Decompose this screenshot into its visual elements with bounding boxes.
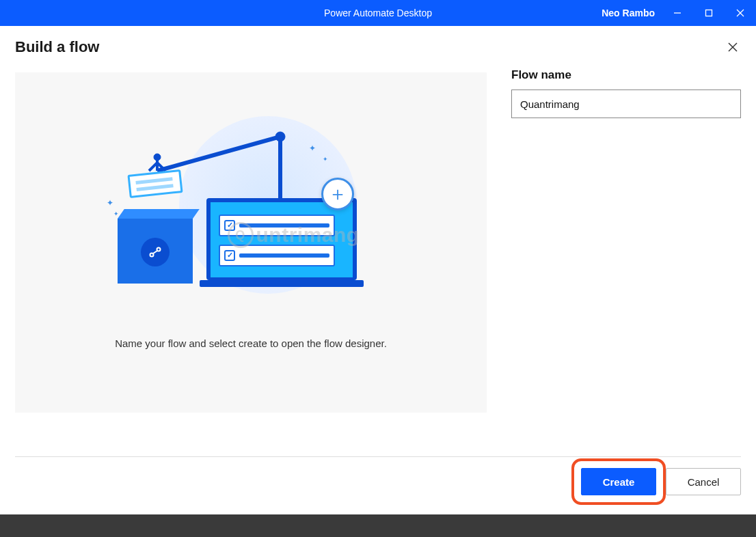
flow-name-label: Flow name	[511, 68, 741, 82]
bottom-strip	[0, 514, 756, 537]
close-icon	[736, 9, 744, 17]
laptop-icon: ✓ ✓	[206, 198, 357, 287]
flow-name-input[interactable]	[511, 90, 741, 118]
close-icon	[728, 42, 738, 52]
plus-icon: ＋	[321, 178, 354, 210]
svg-point-10	[154, 154, 161, 161]
svg-rect-1	[706, 10, 712, 16]
maximize-icon	[705, 9, 713, 17]
titlebar: Power Automate Desktop Neo Rambo	[0, 0, 756, 26]
svg-point-11	[150, 253, 154, 256]
cancel-button[interactable]: Cancel	[666, 468, 741, 495]
svg-line-6	[157, 137, 280, 171]
svg-point-12	[157, 247, 161, 251]
minimize-button[interactable]	[662, 0, 693, 26]
illustration-panel: ✓ ✓ ＋ ✦ ✦ ✦ ✦ Quntrimang Name your flow …	[15, 72, 487, 413]
dialog-header: Build a flow	[0, 26, 756, 60]
dialog-close-button[interactable]	[725, 39, 741, 55]
build-flow-dialog: Build a flow	[0, 26, 756, 514]
user-name[interactable]: Neo Rambo	[602, 8, 655, 18]
form-panel: Flow name	[511, 72, 741, 413]
close-window-button[interactable]	[725, 0, 756, 26]
create-button[interactable]: Create	[581, 468, 656, 495]
svg-point-8	[275, 132, 285, 141]
maximize-button[interactable]	[693, 0, 725, 26]
dialog-footer: Create Cancel	[15, 456, 741, 495]
instruction-text: Name your flow and select create to open…	[115, 338, 387, 349]
dialog-body: ✓ ✓ ＋ ✦ ✦ ✦ ✦ Quntrimang Name your flow …	[0, 60, 756, 413]
box-icon	[118, 219, 193, 284]
flow-icon	[141, 238, 170, 266]
app-title: Power Automate Desktop	[324, 8, 432, 18]
minimize-icon	[673, 9, 681, 17]
flow-illustration: ✓ ✓ ＋ ✦ ✦ ✦ ✦	[104, 116, 398, 307]
dialog-title: Build a flow	[15, 38, 99, 56]
